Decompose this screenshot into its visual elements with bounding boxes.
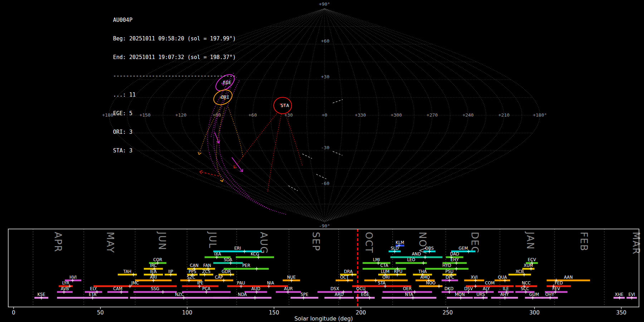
shower-bar-zcs (199, 274, 213, 275)
shower-label-nia: NIA (267, 280, 274, 286)
longitude-label: +270 (426, 112, 438, 118)
shower-label-ohy: OHY (545, 292, 555, 297)
meteor-trail (302, 154, 312, 158)
shower-label-oer: OER (403, 286, 411, 291)
longitude-label: +210 (498, 112, 509, 118)
meteor-radiant-plot: +180°+150+120+90+60+30+0+330+300+270+240… (0, 0, 644, 322)
count-ori: ORI: 3 (113, 129, 236, 135)
shower-label-spe: SPE (301, 292, 308, 297)
shower-bar-qua (494, 279, 510, 281)
peak-marker (255, 267, 258, 270)
x-axis-title: Solar longitude (deg) (294, 316, 353, 322)
meteor-trail (234, 112, 278, 168)
peak-marker (455, 267, 458, 270)
shower-bar-oct (336, 279, 353, 281)
shower-label-xcb: XCB (516, 269, 524, 274)
meteor-trail (316, 174, 326, 179)
shower-label-ard: ARD (335, 292, 344, 297)
shower-label-dsv: DSV (464, 286, 473, 291)
end-time-line: End: 20251011 19:07:32 (sol = 198.37°) (113, 54, 236, 60)
grid-meridian (289, 9, 325, 222)
shower-label-urs: URS (477, 292, 485, 297)
shower-label-lum: LUM (381, 269, 389, 274)
shower-label-cam: CAM (113, 286, 122, 291)
shower-label-gem: GEM (459, 246, 468, 251)
shower-label-ncc: NCC (522, 280, 531, 286)
shower-label-jmc: JMC (131, 280, 139, 286)
shower-label-dpc: DPC (445, 275, 454, 280)
shower-label-oct: OCT (340, 275, 349, 280)
x-tick-label: 50 (97, 309, 104, 316)
shower-bar-nda (213, 297, 272, 299)
info-separator: -------------------------------------- (113, 73, 236, 79)
shower-label-ecv: ECV (528, 257, 536, 262)
shower-label-rpu: RPU (394, 269, 402, 274)
month-label: MAY (105, 232, 116, 253)
shower-label-aly: ALY (483, 286, 490, 291)
shower-label-amo: AMO (420, 275, 430, 280)
grid-meridian (271, 9, 325, 222)
shower-label-nda: NDA (238, 292, 247, 297)
shower-label-dad: DAD (450, 252, 459, 257)
shower-label-leo: LEO (407, 257, 415, 262)
shower-label-klm: KLM (396, 240, 404, 245)
peak-marker (422, 261, 425, 265)
shower-bar-ori (364, 279, 408, 281)
shower-label-aur: AUR (284, 286, 293, 291)
shower-bar-urs (474, 297, 488, 299)
shower-label-ely: ELY (90, 286, 97, 291)
shower-label-sld: SLD (391, 246, 399, 251)
grid-meridian (325, 9, 379, 222)
peak-marker (474, 284, 477, 288)
meteor-trail (268, 114, 281, 192)
peak-marker (254, 296, 257, 299)
month-label: DEC (469, 232, 480, 254)
shower-label-eta: ETA (89, 292, 96, 297)
shower-label-qua: QUA (498, 275, 507, 280)
shower-label-nue: NUE (287, 275, 296, 280)
shower-label-cta: CTA (380, 263, 388, 268)
shower-label-com: COM (485, 280, 494, 286)
shower-bar-aan (547, 279, 590, 281)
peak-marker (161, 290, 164, 294)
x-tick-label: 100 (182, 309, 192, 316)
x-tick-label: 250 (443, 309, 453, 316)
month-label: APR (53, 232, 63, 253)
month-label: OCT (364, 232, 374, 254)
count-sta: STA: 3 (113, 148, 236, 154)
shower-label-lmi: LMI (373, 257, 380, 262)
shower-bar-nta (382, 297, 436, 299)
shower-label-psu: PSU (445, 269, 454, 274)
shower-label-ocu: OCU (356, 286, 366, 291)
shower-label-fan: FAN (203, 263, 211, 268)
month-label: MAR (631, 232, 641, 255)
x-tick-label: 300 (530, 309, 540, 316)
shower-label-tha: THA (418, 269, 427, 274)
latitude-label: +30 (321, 74, 329, 79)
trail-arrowhead (200, 171, 202, 172)
shower-label-avb: AVB (61, 286, 69, 291)
shower-label-sda: SDA (224, 257, 232, 262)
shower-label-obs: OBS (425, 246, 434, 251)
shower-label-evi: EVI (628, 292, 635, 297)
shower-label-ixa: IXA (214, 252, 221, 257)
shower-label-xvi: XVI (471, 275, 478, 280)
shower-label-pca: PCA (202, 286, 210, 291)
shower-label-sta: STA (378, 280, 385, 286)
shower-label-zcs: ZCS (202, 269, 210, 274)
x-tick-label: 150 (269, 309, 279, 316)
count-ege: EGE: 5 (113, 111, 236, 117)
activity-timeline: APRMAYJUNJULAUGSEPOCTNOVDECJANFEBMARKLME… (8, 229, 641, 322)
shower-label-iip: IIP (168, 269, 173, 274)
shower-bar-sda (213, 262, 243, 264)
x-tick-label: 350 (616, 309, 626, 316)
shower-label-ari: ARI (150, 275, 157, 280)
shower-label-fed: FED (555, 280, 563, 286)
shower-bar-ssg (133, 291, 177, 293)
shower-label-tah: TAH (123, 269, 132, 274)
peak-marker (413, 290, 416, 294)
shower-label-xhe: XHE (615, 292, 624, 297)
shower-label-dsx: DSX (331, 286, 339, 291)
shower-label-fev: FEV (552, 286, 560, 291)
shower-label-cap: CAP (215, 275, 223, 280)
